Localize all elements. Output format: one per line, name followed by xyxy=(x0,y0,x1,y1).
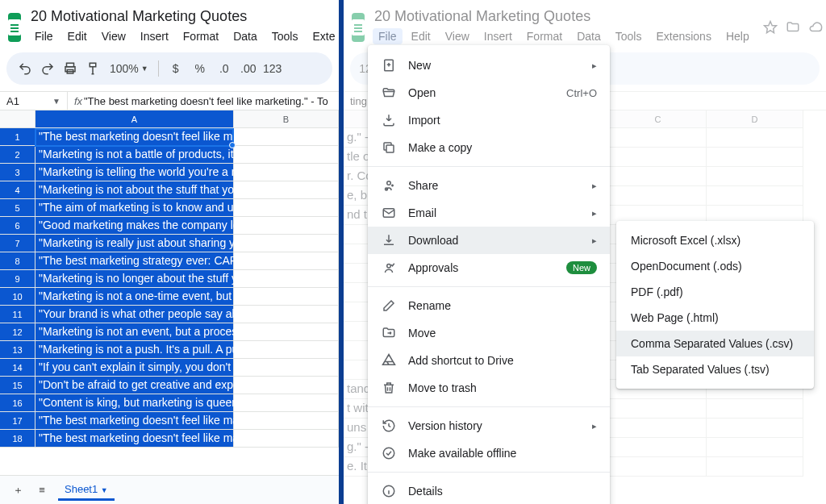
menu-item-details[interactable]: Details xyxy=(368,477,610,504)
cell[interactable]: "The best marketing strategy ever: CARE.… xyxy=(35,252,234,270)
menu-view[interactable]: View xyxy=(96,28,131,44)
cell[interactable]: "Marketing is not about the stuff that y… xyxy=(35,181,234,199)
menu-tools[interactable]: Tools xyxy=(610,28,648,44)
menu-format[interactable]: Format xyxy=(177,28,224,44)
row-header[interactable]: 3 xyxy=(0,164,35,181)
col-header-A[interactable]: A xyxy=(35,110,234,128)
cell[interactable] xyxy=(610,148,707,167)
menu-item-new[interactable]: New▸ xyxy=(368,52,610,79)
cell[interactable]: "Marketing is not a one-time event, but … xyxy=(35,288,234,306)
row-header[interactable]: 14 xyxy=(0,359,35,377)
menu-item-rename[interactable]: Rename xyxy=(368,292,610,319)
cell[interactable] xyxy=(707,419,803,438)
cell[interactable]: "Don't be afraid to get creative and exp… xyxy=(35,377,234,394)
menu-exte[interactable]: Exte xyxy=(307,28,339,44)
menu-extensions[interactable]: Extensions xyxy=(650,28,716,44)
menu-file[interactable]: File xyxy=(29,28,59,44)
cell[interactable] xyxy=(610,399,707,419)
row-header[interactable]: 13 xyxy=(0,341,35,359)
cell[interactable] xyxy=(610,419,707,438)
download-pdf[interactable]: PDF (.pdf) xyxy=(616,279,814,305)
cell[interactable] xyxy=(707,148,803,167)
menu-tools[interactable]: Tools xyxy=(266,28,304,44)
row-header[interactable]: 9 xyxy=(0,270,35,288)
undo-icon[interactable] xyxy=(15,57,35,80)
cell[interactable]: "Marketing is telling the world you're a… xyxy=(35,164,234,181)
download-html[interactable]: Web Page (.html) xyxy=(616,305,814,331)
dec-increase-button[interactable]: .00 xyxy=(238,57,259,80)
row-header[interactable]: 17 xyxy=(0,412,35,430)
cloud-status-icon[interactable] xyxy=(808,20,823,35)
star-icon[interactable] xyxy=(763,20,778,35)
menu-item-open[interactable]: OpenCtrl+O xyxy=(368,79,610,106)
download-xlsx[interactable]: Microsoft Excel (.xlsx) xyxy=(616,227,814,253)
row-header[interactable]: 1 xyxy=(0,128,35,146)
all-sheets-button[interactable]: ≡ xyxy=(34,484,50,496)
percent-button[interactable]: % xyxy=(190,57,211,80)
cell[interactable] xyxy=(707,167,803,186)
cell[interactable] xyxy=(610,167,707,186)
row-header[interactable]: 4 xyxy=(0,181,35,199)
cell[interactable] xyxy=(610,128,707,148)
zoom-dropdown[interactable]: 100% ▼ xyxy=(106,57,152,80)
col-header-D[interactable]: D xyxy=(707,110,803,128)
redo-icon[interactable] xyxy=(37,57,58,80)
menu-item-add-shortcut[interactable]: Add shortcut to Drive xyxy=(368,347,610,374)
dec-decrease-button[interactable]: .0 xyxy=(214,57,235,80)
row-header[interactable]: 5 xyxy=(0,199,35,217)
cell[interactable]: "Marketing is not a push. It's a pull. A… xyxy=(35,341,234,359)
download-ods[interactable]: OpenDocument (.ods) xyxy=(616,253,814,279)
menu-item-make-copy[interactable]: Make a copy xyxy=(368,134,610,161)
menu-edit[interactable]: Edit xyxy=(406,28,436,44)
cell[interactable] xyxy=(707,457,803,477)
cell[interactable] xyxy=(707,438,803,457)
number-format-button[interactable]: 123 xyxy=(262,57,283,80)
cell[interactable] xyxy=(610,438,707,457)
cell[interactable]: "Marketing is not a battle of products, … xyxy=(35,146,234,164)
row-header[interactable]: 16 xyxy=(0,394,35,412)
row-header[interactable]: 12 xyxy=(0,323,35,341)
sheets-logo-icon[interactable] xyxy=(8,13,21,42)
menu-data[interactable]: Data xyxy=(571,28,607,44)
doc-title[interactable]: 20 Motivational Marketing Quotes xyxy=(29,6,339,27)
name-box[interactable]: A1▼ xyxy=(0,92,68,110)
row-header[interactable]: 7 xyxy=(0,235,35,252)
row-header[interactable]: 6 xyxy=(0,217,35,235)
menu-insert[interactable]: Insert xyxy=(478,28,518,44)
menu-item-trash[interactable]: Move to trash xyxy=(368,374,610,402)
menu-item-download[interactable]: Download▸ xyxy=(368,227,610,254)
cell[interactable]: "The aim of marketing is to know and und… xyxy=(35,199,234,217)
move-to-folder-icon[interactable] xyxy=(786,20,800,35)
menu-item-offline[interactable]: Make available offline xyxy=(368,439,610,467)
menu-view[interactable]: View xyxy=(440,28,475,44)
menu-item-move[interactable]: Move xyxy=(368,319,610,347)
menu-help[interactable]: Help xyxy=(720,28,755,44)
cell[interactable]: "Marketing is really just about sharing … xyxy=(35,235,234,252)
cell[interactable]: "Marketing is not an event, but a proces… xyxy=(35,323,234,341)
menu-file[interactable]: File xyxy=(373,28,403,44)
cell[interactable] xyxy=(610,186,707,206)
spreadsheet-grid[interactable]: 1"The best marketing doesn't feel like m… xyxy=(0,128,339,448)
cell[interactable] xyxy=(610,457,707,477)
row-header[interactable]: 2 xyxy=(0,146,35,164)
cell[interactable]: "Marketing is no longer about the stuff … xyxy=(35,270,234,288)
menu-item-share[interactable]: Share▸ xyxy=(368,172,610,199)
menu-data[interactable]: Data xyxy=(227,28,263,44)
row-header[interactable]: 18 xyxy=(0,430,35,448)
cell[interactable]: "Good marketing makes the company look s… xyxy=(35,217,234,235)
cell[interactable]: "If you can't explain it simply, you don… xyxy=(35,359,234,377)
menu-edit[interactable]: Edit xyxy=(62,28,93,44)
select-all-corner[interactable] xyxy=(0,110,35,128)
download-tsv[interactable]: Tab Separated Values (.tsv) xyxy=(616,356,814,382)
row-header[interactable]: 15 xyxy=(0,377,35,394)
col-header-C[interactable]: C xyxy=(610,110,707,128)
cell[interactable] xyxy=(707,128,803,148)
menu-item-approvals[interactable]: ApprovalsNew xyxy=(368,254,610,281)
cell[interactable] xyxy=(707,399,803,419)
doc-title[interactable]: 20 Motivational Marketing Quotes xyxy=(373,6,755,27)
currency-button[interactable]: $ xyxy=(165,57,186,80)
cell[interactable]: "The best marketing doesn't feel like ma… xyxy=(35,412,234,430)
row-header[interactable]: 8 xyxy=(0,252,35,270)
paint-format-icon[interactable] xyxy=(82,57,103,80)
row-header[interactable]: 11 xyxy=(0,306,35,323)
